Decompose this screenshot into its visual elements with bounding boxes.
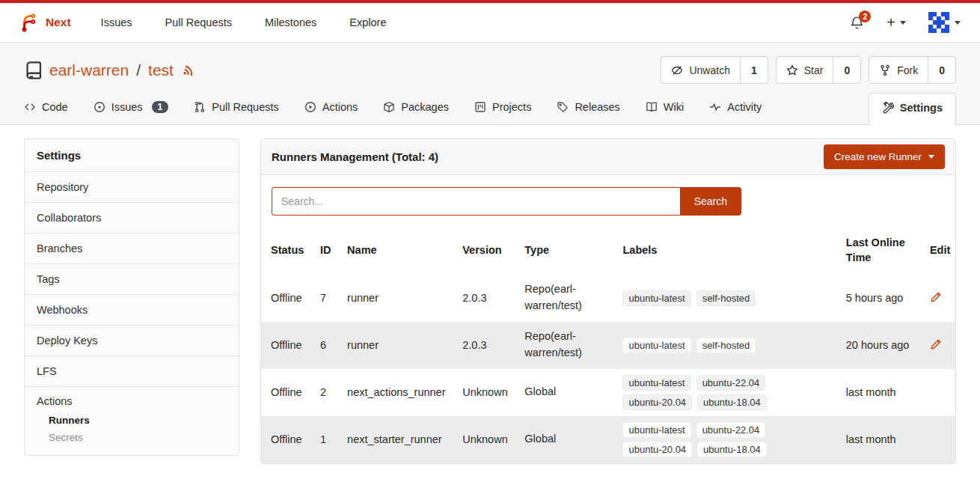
rss-feed-icon[interactable]	[183, 64, 196, 77]
runner-status: Offline	[261, 416, 310, 463]
runner-version: 2.0.3	[453, 275, 515, 322]
tab-settings[interactable]: Settings	[869, 93, 956, 125]
tab-packages-label: Packages	[401, 101, 449, 113]
forks-count[interactable]: 0	[928, 57, 955, 83]
nav-explore[interactable]: Explore	[349, 16, 386, 28]
runner-last-online: 5 hours ago	[836, 275, 920, 322]
runner-type: Global	[524, 431, 613, 448]
sidebar-item-lfs[interactable]: LFS	[25, 356, 239, 387]
tab-wiki-label: Wiki	[664, 101, 684, 113]
col-status: Status	[261, 226, 310, 275]
forgejo-logo-icon	[19, 13, 39, 32]
runner-type: Global	[524, 384, 613, 400]
runner-name: next_starter_runner	[337, 416, 453, 463]
tag-icon	[557, 101, 569, 113]
pencil-icon	[930, 291, 942, 303]
star-label: Star	[804, 64, 824, 76]
runner-labels: ubuntu-latest ubuntu-22.04 ubuntu-20.04 …	[622, 375, 783, 410]
runner-search-form: Search	[272, 187, 741, 216]
tab-code[interactable]: Code	[24, 94, 68, 124]
tools-icon	[882, 102, 894, 114]
col-edit: Edit	[920, 226, 955, 275]
sidebar-item-webhooks[interactable]: Webhooks	[25, 295, 239, 326]
tab-releases[interactable]: Releases	[557, 94, 619, 124]
repo-title: earl-warren / test	[24, 61, 196, 80]
runner-labels: ubuntu-latest self-hosted	[622, 338, 783, 353]
fork-button-group: Fork 0	[869, 56, 956, 84]
sidebar-item-actions[interactable]: Actions	[37, 395, 227, 407]
tab-issues[interactable]: Issues 1	[94, 94, 169, 124]
sidebar-item-tags[interactable]: Tags	[25, 264, 239, 295]
notifications-button[interactable]: 2	[850, 16, 864, 30]
search-section: Search	[261, 175, 955, 226]
edit-runner-button[interactable]	[930, 291, 942, 303]
create-menu-button[interactable]: +	[886, 15, 906, 30]
runner-id: 1	[310, 416, 337, 463]
repo-owner-link[interactable]: earl-warren	[49, 61, 129, 79]
stars-count[interactable]: 0	[833, 57, 860, 83]
repo-book-icon	[24, 61, 43, 80]
tab-packages[interactable]: Packages	[383, 94, 449, 124]
user-menu-button[interactable]	[928, 12, 961, 33]
panel-title: Runners Management (Total: 4)	[272, 150, 438, 163]
plus-icon: +	[886, 15, 895, 30]
play-circle-icon	[304, 101, 316, 113]
tab-projects[interactable]: Projects	[474, 94, 531, 124]
label-chip: ubuntu-22.04	[696, 375, 766, 391]
label-chip: self-hosted	[696, 338, 756, 353]
runner-id: 2	[310, 369, 337, 416]
chevron-down-icon	[900, 21, 906, 25]
project-board-icon	[474, 101, 486, 113]
tab-pull-requests[interactable]: Pull Requests	[194, 94, 278, 124]
fork-button[interactable]: Fork	[869, 57, 928, 83]
sidebar-item-runners[interactable]: Runners	[37, 407, 227, 426]
runner-version: Unknown	[453, 416, 515, 463]
tab-activity[interactable]: Activity	[709, 94, 762, 124]
sidebar-item-deploy-keys[interactable]: Deploy Keys	[25, 326, 239, 356]
runner-version: Unknown	[453, 369, 515, 416]
runner-type: Repo(earl-warren/test)	[524, 329, 613, 362]
tab-settings-label: Settings	[900, 102, 943, 114]
tab-code-label: Code	[42, 101, 68, 113]
search-input[interactable]	[272, 187, 680, 216]
search-button[interactable]: Search	[680, 187, 741, 216]
create-runner-button[interactable]: Create new Runner	[824, 144, 945, 169]
star-button[interactable]: Star	[777, 57, 833, 83]
repo-header: earl-warren / test	[0, 43, 980, 125]
repo-separator: /	[136, 61, 141, 79]
navbar: Next Issues Pull Requests Milestones Exp…	[0, 3, 980, 43]
col-type: Type	[515, 226, 613, 275]
sidebar-header: Settings	[25, 139, 239, 172]
edit-runner-button[interactable]	[930, 338, 942, 350]
label-chip: ubuntu-22.04	[696, 422, 766, 438]
nav-issues[interactable]: Issues	[101, 16, 132, 28]
sidebar-item-collaborators[interactable]: Collaborators	[25, 203, 239, 234]
watchers-count[interactable]: 1	[740, 57, 768, 83]
col-id: ID	[310, 226, 337, 275]
repo-name-link[interactable]: test	[148, 61, 174, 79]
star-button-group: Star 0	[776, 56, 861, 84]
sidebar-item-branches[interactable]: Branches	[25, 234, 239, 264]
pencil-icon	[930, 338, 942, 350]
label-chip: ubuntu-latest	[622, 338, 690, 353]
nav-milestones[interactable]: Milestones	[265, 16, 316, 28]
runner-name: runner	[337, 275, 453, 322]
runner-id: 6	[310, 322, 337, 369]
nav-pull-requests[interactable]: Pull Requests	[165, 16, 232, 28]
pull-request-icon	[194, 101, 206, 113]
label-chip: ubuntu-20.04	[622, 442, 692, 457]
unwatch-button[interactable]: Unwatch	[661, 57, 739, 83]
runner-status: Offline	[261, 275, 310, 322]
label-chip: ubuntu-latest	[622, 375, 690, 391]
sidebar-item-repository[interactable]: Repository	[25, 172, 239, 203]
runner-type: Repo(earl-warren/test)	[524, 281, 613, 314]
tab-actions[interactable]: Actions	[304, 94, 358, 124]
col-labels: Labels	[613, 226, 836, 275]
tab-wiki[interactable]: Wiki	[646, 94, 684, 124]
sidebar-item-secrets[interactable]: Secrets	[37, 426, 227, 443]
runners-panel: Runners Management (Total: 4) Create new…	[260, 138, 956, 464]
runner-last-online: last month	[836, 369, 920, 416]
sidebar-group-actions: Actions Runners Secrets	[25, 387, 239, 455]
brand-label: Next	[46, 16, 71, 29]
home-link[interactable]: Next	[19, 13, 71, 32]
